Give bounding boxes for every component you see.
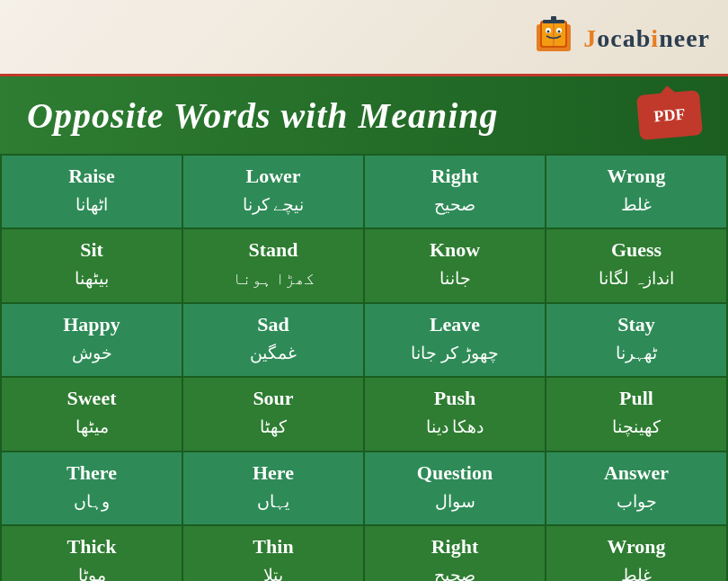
word-english: Thin bbox=[191, 535, 356, 559]
table-cell: Thinپتلا bbox=[182, 525, 364, 581]
table-cell: Rightصحیح bbox=[364, 155, 546, 228]
table-cell: Stayٹھہرنا bbox=[546, 303, 727, 377]
word-urdu: خوش bbox=[9, 340, 174, 367]
word-urdu: ٹھہرنا bbox=[554, 340, 719, 367]
word-english: Know bbox=[372, 238, 537, 262]
word-english: Sweet bbox=[9, 387, 174, 410]
word-urdu: صحیح bbox=[372, 562, 537, 581]
word-urdu: غمگین bbox=[191, 340, 356, 367]
word-urdu: پتلا bbox=[191, 562, 356, 581]
table-cell: Knowجاننا bbox=[364, 228, 546, 302]
table-cell: Sourکھٹا bbox=[182, 377, 364, 451]
svg-point-7 bbox=[558, 31, 561, 33]
logo-icon bbox=[529, 13, 579, 63]
word-english: Push bbox=[372, 387, 537, 410]
svg-rect-9 bbox=[551, 16, 556, 21]
table-row: SweetمیٹھاSourکھٹاPushدھکا دیناPullکھینچ… bbox=[1, 377, 727, 451]
word-urdu: کھڑا ہونا bbox=[191, 265, 356, 292]
table-cell: Hereیہاں bbox=[182, 451, 364, 525]
word-english: Right bbox=[372, 535, 537, 559]
table-row: HappyخوشSadغمگینLeaveچھوڑ کر جاناStayٹھہ… bbox=[1, 303, 727, 377]
table-cell: Thereوہاں bbox=[1, 451, 182, 525]
word-english: Happy bbox=[9, 313, 174, 336]
word-english: Leave bbox=[372, 313, 537, 336]
word-english: Sit bbox=[9, 238, 174, 262]
table-cell: Pushدھکا دینا bbox=[364, 377, 546, 451]
table-row: SitبیٹھناStandکھڑا ہوناKnowجانناGuessاند… bbox=[1, 228, 727, 302]
table-cell: Raiseاٹھانا bbox=[1, 155, 182, 228]
table-cell: Leaveچھوڑ کر جانا bbox=[364, 303, 546, 377]
word-english: Wrong bbox=[554, 535, 719, 559]
table-cell: Happyخوش bbox=[1, 303, 182, 377]
table-cell: Sitبیٹھنا bbox=[1, 228, 182, 302]
table-row: ThereوہاںHereیہاںQuestionسوالAnswerجواب bbox=[1, 451, 727, 525]
pdf-badge: PDF bbox=[636, 90, 703, 140]
table-row: ThickموٹاThinپتلاRightصحیحWrongغلط bbox=[1, 525, 727, 581]
word-english: There bbox=[9, 461, 174, 485]
word-urdu: میٹھا bbox=[9, 414, 174, 441]
word-urdu: جاننا bbox=[372, 265, 537, 292]
table-cell: Rightصحیح bbox=[364, 525, 546, 581]
word-urdu: کھٹا bbox=[191, 414, 356, 441]
table-cell: Wrongغلط bbox=[546, 525, 727, 581]
word-english: Here bbox=[191, 461, 356, 485]
word-urdu: نیچے کرنا bbox=[191, 192, 356, 219]
word-urdu: جواب bbox=[554, 488, 719, 515]
word-english: Question bbox=[372, 461, 537, 485]
word-english: Pull bbox=[554, 387, 719, 410]
word-urdu: اٹھانا bbox=[9, 192, 174, 219]
word-urdu: غلط bbox=[554, 192, 719, 219]
word-urdu: چھوڑ کر جانا bbox=[372, 340, 537, 367]
banner-title: Opposite Words with Meaning bbox=[27, 94, 499, 137]
word-urdu: غلط bbox=[554, 562, 719, 581]
table-cell: Guessاندازہ لگانا bbox=[546, 228, 727, 302]
word-urdu: کھینچنا bbox=[554, 414, 719, 441]
word-english: Right bbox=[372, 165, 537, 188]
word-english: Answer bbox=[554, 461, 719, 485]
word-urdu: دھکا دینا bbox=[372, 414, 537, 441]
word-english: Stand bbox=[191, 238, 356, 262]
logo: Jocabineer bbox=[529, 13, 710, 63]
word-urdu: وہاں bbox=[9, 488, 174, 515]
table-cell: Wrongغلط bbox=[546, 155, 727, 228]
word-english: Sad bbox=[191, 313, 356, 336]
word-urdu: اندازہ لگانا bbox=[554, 265, 719, 292]
word-english: Sour bbox=[191, 387, 356, 410]
vocabulary-table: RaiseاٹھاناLowerنیچے کرناRightصحیحWrongغ… bbox=[0, 154, 728, 581]
table-cell: Sweetمیٹھا bbox=[1, 377, 182, 451]
word-english: Wrong bbox=[554, 165, 719, 188]
table-cell: Standکھڑا ہونا bbox=[182, 228, 364, 302]
word-urdu: یہاں bbox=[191, 488, 356, 515]
table-cell: Sadغمگین bbox=[182, 303, 364, 377]
word-english: Raise bbox=[9, 165, 174, 188]
table-cell: Questionسوال bbox=[364, 451, 546, 525]
table-cell: Lowerنیچے کرنا bbox=[182, 155, 364, 228]
table-container: RaiseاٹھاناLowerنیچے کرناRightصحیحWrongغ… bbox=[0, 154, 728, 581]
header-banner: Opposite Words with Meaning PDF bbox=[0, 76, 728, 154]
svg-point-6 bbox=[547, 31, 550, 33]
table-cell: Pullکھینچنا bbox=[546, 377, 727, 451]
table-cell: Answerجواب bbox=[546, 451, 727, 525]
word-english: Lower bbox=[191, 165, 356, 188]
svg-rect-3 bbox=[553, 22, 555, 46]
top-bar: Jocabineer bbox=[0, 0, 728, 76]
logo-text: Jocabineer bbox=[583, 24, 710, 53]
table-row: RaiseاٹھاناLowerنیچے کرناRightصحیحWrongغ… bbox=[1, 155, 727, 228]
word-urdu: بیٹھنا bbox=[9, 265, 174, 292]
word-english: Guess bbox=[554, 238, 719, 262]
word-english: Thick bbox=[9, 535, 174, 559]
word-urdu: سوال bbox=[372, 488, 537, 515]
word-urdu: موٹا bbox=[9, 562, 174, 581]
word-english: Stay bbox=[554, 313, 719, 336]
word-urdu: صحیح bbox=[372, 192, 537, 219]
table-cell: Thickموٹا bbox=[1, 525, 182, 581]
